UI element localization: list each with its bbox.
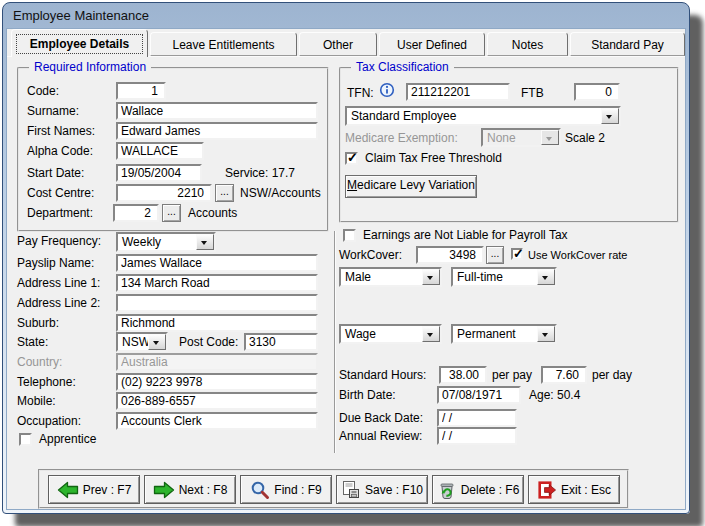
claim-tax-free-checkbox[interactable] xyxy=(345,152,358,165)
info-icon[interactable] xyxy=(379,82,395,101)
employment-status-value: Permanent xyxy=(457,327,516,341)
chevron-down-icon xyxy=(542,333,548,337)
employee-maintenance-window: Employee Maintenance Employee Details Le… xyxy=(2,2,690,514)
department-label: Department: xyxy=(27,206,93,220)
employee-type-value: Standard Employee xyxy=(351,109,456,123)
button-panel: Prev : F7 Next : F8 Find : F9 Save : F10… xyxy=(38,469,629,509)
apprentice-checkbox[interactable] xyxy=(19,433,32,446)
dropdown-button[interactable] xyxy=(537,326,555,342)
employee-type-select[interactable]: Standard Employee xyxy=(345,106,621,126)
dropdown-button[interactable] xyxy=(537,269,555,285)
telephone-label: Telephone: xyxy=(17,375,76,389)
mobile-input[interactable] xyxy=(116,392,318,410)
tab-employee-details[interactable]: Employee Details xyxy=(11,29,148,57)
dropdown-button[interactable] xyxy=(422,269,440,285)
department-input[interactable] xyxy=(113,204,159,222)
hours-per-pay-input[interactable] xyxy=(439,366,487,384)
ftb-input[interactable] xyxy=(574,83,620,101)
claim-tax-free-label: Claim Tax Free Threshold xyxy=(365,151,502,165)
button-label: Delete : F6 xyxy=(461,483,520,497)
tab-standard-pay[interactable]: Standard Pay xyxy=(570,32,685,56)
pay-type-value: Wage xyxy=(345,327,376,341)
scale-value: Scale 2 xyxy=(565,131,605,145)
tfn-input[interactable] xyxy=(406,83,510,101)
dialog-client-area: Employee Details Leave Entitlements Othe… xyxy=(6,28,686,510)
address-line2-input[interactable] xyxy=(116,294,318,312)
cost-centre-browse-button[interactable]: ... xyxy=(215,184,234,202)
tab-other[interactable]: Other xyxy=(299,32,377,56)
dropdown-button[interactable] xyxy=(601,108,619,124)
occupation-input[interactable] xyxy=(116,412,318,430)
payslip-name-input[interactable] xyxy=(116,254,318,272)
code-input[interactable] xyxy=(116,82,166,100)
prev-button[interactable]: Prev : F7 xyxy=(48,475,140,504)
dropdown-button[interactable] xyxy=(422,326,440,342)
column-divider xyxy=(334,231,336,453)
apprentice-label: Apprentice xyxy=(39,432,96,446)
per-day-label: per day xyxy=(592,368,632,382)
surname-input[interactable] xyxy=(116,102,318,120)
pay-frequency-label: Pay Frequency: xyxy=(17,234,101,248)
dropdown-button[interactable] xyxy=(148,334,166,350)
payslip-name-label: Payslip Name: xyxy=(17,256,94,270)
first-names-input[interactable] xyxy=(116,122,318,140)
medicare-exemption-label: Medicare Exemption: xyxy=(345,131,458,145)
due-back-date-label: Due Back Date: xyxy=(339,411,423,425)
pay-type-select[interactable]: Wage xyxy=(339,324,442,344)
annual-review-label: Annual Review: xyxy=(339,429,422,443)
chevron-down-icon xyxy=(153,341,159,345)
use-workcover-rate-checkbox[interactable] xyxy=(511,248,523,260)
cost-centre-description: NSW/Accounts xyxy=(240,186,321,200)
next-button[interactable]: Next : F8 xyxy=(144,475,236,504)
title-bar[interactable]: Employee Maintenance xyxy=(3,3,689,28)
payroll-tax-checkbox[interactable] xyxy=(343,229,356,242)
tab-leave-entitlements[interactable]: Leave Entitlements xyxy=(150,32,297,56)
state-select[interactable]: NSW xyxy=(116,332,168,352)
per-pay-label: per pay xyxy=(492,368,532,382)
telephone-input[interactable] xyxy=(116,373,318,391)
annual-review-input[interactable] xyxy=(437,427,517,445)
save-button[interactable]: Save : F10 xyxy=(336,475,428,504)
post-code-input[interactable] xyxy=(244,333,318,351)
chevron-down-icon xyxy=(427,333,433,337)
tab-user-defined[interactable]: User Defined xyxy=(379,32,485,56)
occupation-label: Occupation: xyxy=(17,414,81,428)
address-line1-input[interactable] xyxy=(116,274,318,292)
department-browse-button[interactable]: ... xyxy=(162,204,181,222)
first-names-label: First Names: xyxy=(27,124,95,138)
gender-select[interactable]: Male xyxy=(339,267,442,287)
pay-frequency-value: Weekly xyxy=(122,235,161,249)
hours-per-day-input[interactable] xyxy=(541,366,587,384)
birth-date-label: Birth Date: xyxy=(339,388,396,402)
pay-frequency-select[interactable]: Weekly xyxy=(116,232,216,252)
workcover-input[interactable] xyxy=(416,246,484,264)
address-line2-label: Address Line 2: xyxy=(17,296,100,310)
chevron-down-icon xyxy=(546,137,552,141)
trash-recycle-icon xyxy=(437,480,457,500)
cost-centre-input[interactable] xyxy=(116,184,212,202)
dropdown-button[interactable] xyxy=(196,234,214,250)
department-description: Accounts xyxy=(188,206,237,220)
tab-notes[interactable]: Notes xyxy=(487,32,568,56)
suburb-input[interactable] xyxy=(116,314,318,332)
start-date-input[interactable] xyxy=(116,164,202,182)
find-button[interactable]: Find : F9 xyxy=(240,475,332,504)
alpha-code-label: Alpha Code: xyxy=(27,144,93,158)
birth-date-input[interactable] xyxy=(437,386,521,404)
cost-centre-label: Cost Centre: xyxy=(27,186,94,200)
employment-basis-select[interactable]: Full-time xyxy=(451,267,557,287)
alpha-code-input[interactable] xyxy=(116,142,204,160)
service-value: Service: 17.7 xyxy=(225,166,295,180)
age-value: Age: 50.4 xyxy=(529,388,580,402)
medicare-levy-variation-button[interactable]: Medicare Levy Variation xyxy=(345,175,477,198)
magnifier-icon xyxy=(250,480,270,500)
workcover-browse-button[interactable]: ... xyxy=(486,246,504,264)
due-back-date-input[interactable] xyxy=(437,409,517,427)
employment-status-select[interactable]: Permanent xyxy=(451,324,557,344)
medicare-exemption-select: None xyxy=(481,128,561,147)
delete-button[interactable]: Delete : F6 xyxy=(432,475,524,504)
exit-button[interactable]: Exit : Esc xyxy=(528,475,620,504)
window-title: Employee Maintenance xyxy=(13,8,149,23)
medicare-exemption-value: None xyxy=(487,131,516,145)
chevron-down-icon xyxy=(201,241,207,245)
